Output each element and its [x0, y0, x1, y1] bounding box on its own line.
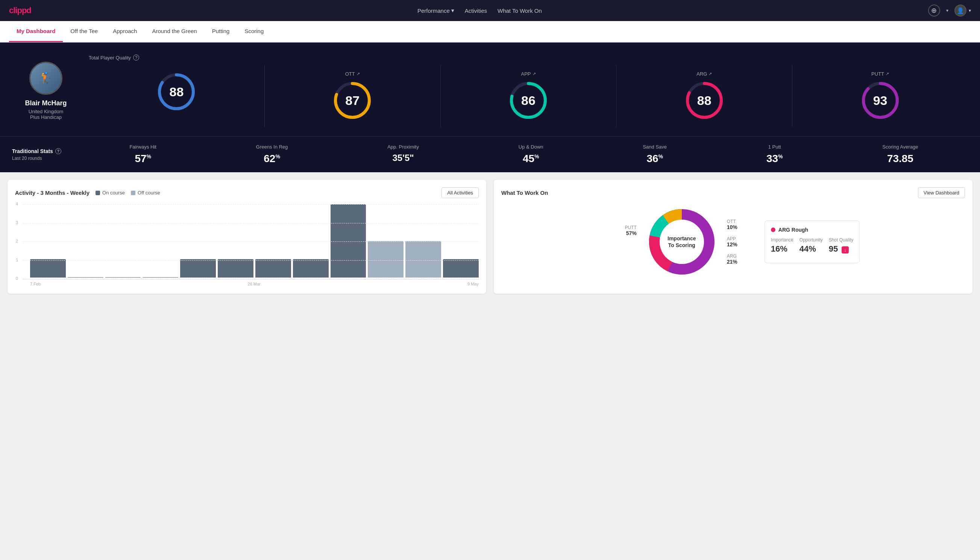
stat-scoring-average: Scoring Average 73.85: [882, 144, 918, 165]
stat-label: App. Proximity: [387, 144, 419, 150]
player-country: United Kingdom: [28, 109, 63, 114]
add-button[interactable]: ⊕: [928, 5, 940, 17]
tab-scoring[interactable]: Scoring: [237, 21, 271, 42]
donut-right-labels: OTT 10% APP 12% ARG 21%: [727, 219, 757, 265]
arg-ring: 88: [684, 80, 725, 121]
ott-label: OTT ↗: [345, 71, 360, 77]
on-course-color: [95, 191, 100, 195]
view-dashboard-button[interactable]: View Dashboard: [918, 187, 965, 198]
app-label-right: APP 12%: [727, 236, 757, 247]
x-label-feb: 7 Feb: [30, 282, 41, 286]
arg-rough-card: ARG Rough Importance 16% Opportunity 44%…: [765, 220, 860, 263]
bar-9: [331, 204, 366, 278]
app-score-value: 86: [521, 93, 536, 108]
legend-off-course: Off course: [131, 190, 160, 195]
activity-chart-panel: Activity - 3 Months - Weekly On course O…: [8, 180, 486, 294]
ott-ring: 87: [332, 80, 373, 121]
score-putt: PUTT ↗ 93: [792, 65, 968, 127]
app-ring: 86: [507, 80, 549, 121]
what-to-work-on-panel: What To Work On View Dashboard PUTT 57%: [494, 180, 972, 294]
ott-score-value: 87: [345, 93, 359, 108]
stat-value: 36%: [643, 153, 667, 165]
plus-icon: ⊕: [931, 7, 937, 15]
top-navigation: clippd Performance ▾ Activities What To …: [0, 0, 980, 21]
putt-label: PUTT ↗: [871, 71, 889, 77]
wtwon-title: What To Work On: [501, 190, 548, 196]
stat-sand-save: Sand Save 36%: [643, 144, 667, 165]
user-menu[interactable]: 👤 ▾: [954, 5, 971, 17]
score-ott: OTT ↗ 87: [265, 65, 441, 127]
trend-up-icon: ↗: [709, 72, 712, 77]
off-course-color: [131, 191, 135, 195]
tab-approach[interactable]: Approach: [105, 21, 145, 42]
nav-add-dropdown[interactable]: ▾: [946, 8, 948, 13]
score-arg: ARG ↗ 88: [616, 65, 792, 127]
arg-score-value: 88: [697, 93, 712, 108]
tab-my-dashboard[interactable]: My Dashboard: [9, 21, 63, 42]
hero-section: 🏌️ Blair McHarg United Kingdom Plus Hand…: [0, 42, 980, 136]
grid-line-0: 0: [23, 279, 479, 279]
help-icon[interactable]: ?: [55, 148, 61, 154]
tab-off-the-tee[interactable]: Off the Tee: [63, 21, 105, 42]
help-icon[interactable]: ?: [133, 55, 139, 60]
stat-label: Sand Save: [643, 144, 667, 150]
total-score-value: 88: [169, 85, 183, 99]
tab-putting[interactable]: Putting: [205, 21, 237, 42]
score-cards: 88 OTT ↗ 87: [89, 65, 968, 127]
x-label-may: 9 May: [468, 282, 479, 286]
stat-label: Greens In Reg: [256, 144, 288, 150]
chart-x-labels: 7 Feb 28 Mar 9 May: [23, 282, 479, 286]
nav-activities[interactable]: Activities: [465, 8, 487, 14]
shot-quality-stat: Shot Quality 95 ↓: [829, 237, 853, 254]
importance-stat: Importance 16%: [771, 237, 794, 254]
total-quality-label: Total Player Quality ?: [89, 55, 968, 60]
trend-up-icon: ↗: [356, 72, 360, 77]
x-label-mar: 28 Mar: [248, 282, 260, 286]
score-cards-section: Total Player Quality ? 88: [89, 55, 968, 127]
arg-label-right: ARG 21%: [727, 253, 757, 265]
putt-label-left: PUTT 57%: [607, 225, 637, 236]
stat-label: Up & Down: [519, 144, 543, 150]
chevron-down-icon: ▾: [969, 8, 971, 13]
stat-label: Scoring Average: [882, 144, 918, 150]
bar-3: [105, 277, 141, 278]
sub-navigation: My Dashboard Off the Tee Approach Around…: [0, 21, 980, 42]
arg-label: ARG ↗: [696, 71, 712, 77]
stat-value: 45%: [519, 153, 543, 165]
activity-chart-title: Activity - 3 Months - Weekly: [15, 190, 90, 196]
stat-value: 73.85: [882, 153, 918, 165]
total-ring: 88: [156, 71, 197, 112]
bar-8: [293, 259, 329, 278]
stat-value: 57%: [129, 153, 156, 165]
brand-logo[interactable]: clippd: [9, 6, 31, 15]
nav-what-to-work-on[interactable]: What To Work On: [497, 8, 542, 14]
bars-wrapper: [23, 204, 479, 278]
legend-on-course: On course: [95, 190, 125, 195]
chart-area: 4 3 2 1 0: [23, 204, 479, 280]
chevron-down-icon: ▾: [451, 7, 454, 14]
avatar-image: 🏌️: [30, 63, 61, 93]
stat-value: 35'5": [387, 153, 419, 163]
bar-11: [405, 241, 441, 278]
donut-section: PUTT 57%: [501, 204, 965, 280]
player-handicap: Plus Handicap: [30, 114, 62, 120]
bar-7: [255, 259, 291, 278]
score-app: APP ↗ 86: [441, 65, 617, 127]
stat-app-proximity: App. Proximity 35'5": [387, 144, 419, 165]
putt-ring: 93: [860, 80, 901, 121]
nav-performance[interactable]: Performance ▾: [418, 7, 454, 14]
user-avatar-icon: 👤: [954, 5, 967, 17]
bar-4: [143, 277, 178, 278]
down-badge: ↓: [842, 246, 849, 253]
trad-stats-title: Traditional Stats ?: [12, 148, 80, 154]
all-activities-button[interactable]: All Activities: [441, 187, 479, 198]
chart-legend: On course Off course: [95, 190, 160, 195]
stat-greens-in-reg: Greens In Reg 62%: [256, 144, 288, 165]
arg-rough-stats: Importance 16% Opportunity 44% Shot Qual…: [771, 237, 853, 254]
activity-panel-header: Activity - 3 Months - Weekly On course O…: [15, 187, 479, 198]
tab-around-the-green[interactable]: Around the Green: [145, 21, 204, 42]
player-name: Blair McHarg: [25, 99, 67, 107]
stat-fairways-hit: Fairways Hit 57%: [129, 144, 156, 165]
player-card: 🏌️ Blair McHarg United Kingdom Plus Hand…: [12, 62, 80, 120]
trend-up-icon: ↗: [532, 72, 536, 77]
